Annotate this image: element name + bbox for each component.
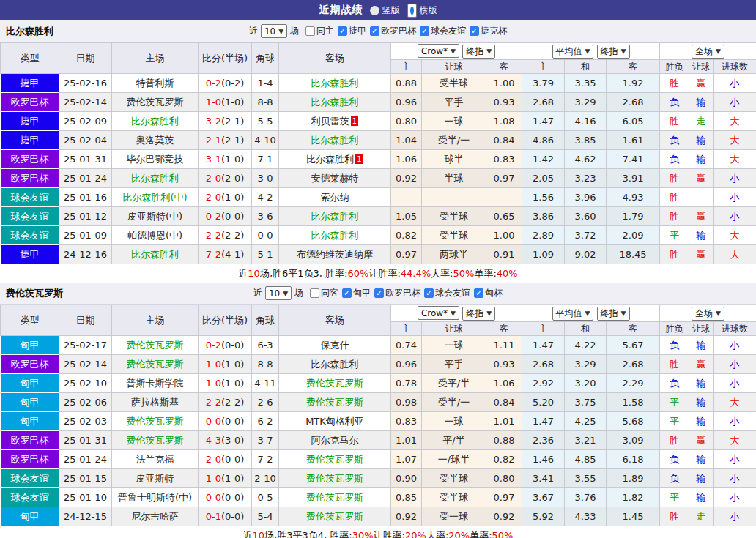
checkbox-label: 匈杯 — [485, 287, 503, 299]
bookmaker-select[interactable]: Crow*▼ — [418, 44, 459, 58]
summary-text: 44.4% — [401, 268, 431, 279]
final-odds-select-2[interactable]: 终指▼ — [597, 45, 630, 59]
match-date: 25-02-04 — [59, 131, 112, 150]
radio-icon[interactable] — [370, 6, 379, 15]
handicap-odds: 0.88 — [391, 74, 422, 93]
halftime-score: (4-1) — [221, 249, 244, 260]
score-cell: 2-2(2-2) — [199, 226, 252, 245]
checkbox-icon[interactable] — [474, 288, 483, 298]
team-name: 比尔森胜利(中) — [122, 192, 187, 203]
match-date: 24-12-15 — [59, 507, 112, 526]
away-team: 费伦茨瓦罗斯 — [279, 393, 391, 412]
result-flag: 大 — [714, 150, 756, 169]
checkbox-icon[interactable] — [374, 288, 384, 298]
filter-球会友谊[interactable]: 球会友谊 — [424, 287, 470, 299]
match-row: 匈甲25-02-10普斯卡斯学院1-0(1-0)4-11费伦茨瓦罗斯0.78受平… — [1, 374, 756, 393]
home-team: 比尔森胜利(中) — [112, 188, 199, 207]
filter-欧罗巴杯[interactable]: 欧罗巴杯 — [374, 287, 420, 299]
chevron-down-icon: ▼ — [451, 310, 456, 317]
result-flag: 小 — [714, 188, 756, 207]
final-odds-select[interactable]: 终指▼ — [462, 307, 495, 321]
handicap-odds: 0.88 — [486, 431, 522, 450]
filter-匈杯[interactable]: 匈杯 — [474, 287, 503, 299]
team-name: 帕德博恩(中) — [127, 230, 182, 241]
bookmaker-select[interactable]: Crow*▼ — [418, 306, 459, 320]
match-row: 匈甲25-02-03费伦茨瓦罗斯0-0(0-0)6-2MTK匈格利亚0.83一球… — [1, 412, 756, 431]
layout-radio-横版[interactable]: 横版 — [407, 4, 437, 18]
away-team: 比尔森胜利 — [279, 355, 391, 374]
league-filter-checkboxes-2: 同客匈甲欧罗巴杯球会友谊匈杯 — [306, 287, 503, 299]
handicap-odds: 1.05 — [391, 207, 422, 226]
filter-球会友谊[interactable]: 球会友谊 — [420, 25, 466, 37]
result-flag: 小 — [714, 207, 756, 226]
match-date: 25-01-15 — [59, 469, 112, 488]
home-team: 比尔森胜利 — [112, 112, 199, 131]
average-odds: 3.91 — [607, 169, 660, 188]
handicap-odds — [391, 188, 422, 207]
final-odds-select[interactable]: 终指▼ — [462, 45, 495, 59]
chevron-down-icon: ▼ — [716, 310, 721, 317]
match-row: 欧罗巴杯25-01-31费伦茨瓦罗斯4-3(3-0)3-7阿尔克马尔1.01平/… — [1, 431, 756, 450]
checkbox-icon[interactable] — [310, 288, 319, 298]
average-select[interactable]: 平均值▼ — [552, 45, 594, 59]
filter-捷甲[interactable]: 捷甲 — [338, 25, 366, 37]
final-odds-select-2[interactable]: 终指▼ — [597, 307, 630, 321]
filter-同客[interactable]: 同客 — [310, 287, 338, 299]
handicap-odds: 两球半 — [422, 245, 486, 264]
col-type: 类型 — [1, 43, 59, 74]
halftime-score: (0-2) — [221, 78, 244, 89]
summary-text: 大率: — [426, 529, 448, 538]
radio-icon[interactable] — [407, 4, 417, 18]
checkbox-icon[interactable] — [424, 288, 434, 298]
result-flag: 大 — [714, 226, 756, 245]
average-odds: 7.41 — [607, 150, 660, 169]
checkbox-icon[interactable] — [338, 26, 347, 36]
checkbox-icon[interactable] — [420, 26, 429, 36]
handicap-odds: 受半球 — [422, 226, 486, 245]
handicap-odds: 0.98 — [391, 393, 422, 412]
checkbox-icon[interactable] — [370, 26, 379, 36]
average-select[interactable]: 平均值▼ — [552, 307, 594, 321]
chevron-down-icon: ▼ — [585, 48, 590, 55]
fulltime-score: 0-2 — [206, 340, 221, 351]
layout-radio-竖版[interactable]: 竖版 — [370, 4, 400, 17]
league-badge: 匈甲 — [1, 507, 59, 526]
sub-away-odds: 客 — [486, 322, 522, 336]
team-name: MTK匈格利亚 — [305, 416, 364, 427]
filter-欧罗巴杯[interactable]: 欧罗巴杯 — [370, 25, 416, 37]
score-cell: 0-0(0-0) — [199, 412, 252, 431]
sub-avg-draw: 和 — [565, 322, 607, 336]
fulltime-score: 1-0 — [206, 359, 221, 370]
league-badge: 球会友谊 — [1, 226, 59, 245]
home-team: 费伦茨瓦罗斯 — [112, 355, 199, 374]
handicap-odds: 0.65 — [486, 207, 522, 226]
home-team: 萨拉格斯基 — [112, 393, 199, 412]
score-cell: 0-2(0-0) — [199, 207, 252, 226]
filter-同主[interactable]: 同主 — [305, 25, 334, 37]
average-odds: 3.67 — [522, 488, 565, 507]
checkbox-icon[interactable] — [305, 26, 315, 36]
fulltime-select[interactable]: 全场▼ — [692, 45, 724, 59]
result-flag: 大 — [714, 112, 756, 131]
team-name: 特普利斯 — [136, 78, 174, 89]
match-count-select-2[interactable]: 10 ▼ — [265, 286, 292, 300]
fulltime-select[interactable]: 全场▼ — [692, 307, 724, 321]
result-flag: 小 — [714, 355, 756, 374]
halftime-score: (1-0) — [221, 192, 244, 203]
score-cell: 2-0(1-0) — [199, 188, 252, 207]
match-row: 捷甲24-12-16比尔森胜利7-2(4-1)5-1布德约维茨迪纳摩0.97两球… — [1, 245, 756, 264]
match-count-select[interactable]: 10 ▼ — [261, 24, 287, 38]
match-date: 25-02-03 — [59, 412, 112, 431]
checkbox-icon[interactable] — [470, 26, 479, 36]
team-name: 阿尔克马尔 — [311, 435, 359, 446]
match-date: 25-01-10 — [59, 488, 112, 507]
col-date: 日期 — [59, 43, 112, 74]
checkbox-icon[interactable] — [342, 288, 352, 298]
league-badge: 欧罗巴杯 — [1, 355, 59, 374]
average-odds: 3.29 — [565, 355, 607, 374]
filter-匈甲[interactable]: 匈甲 — [342, 287, 371, 299]
league-badge: 匈甲 — [1, 374, 59, 393]
league-badge: 球会友谊 — [1, 488, 59, 507]
filter-捷克杯[interactable]: 捷克杯 — [470, 25, 507, 37]
result-flag: 负 — [660, 131, 689, 150]
